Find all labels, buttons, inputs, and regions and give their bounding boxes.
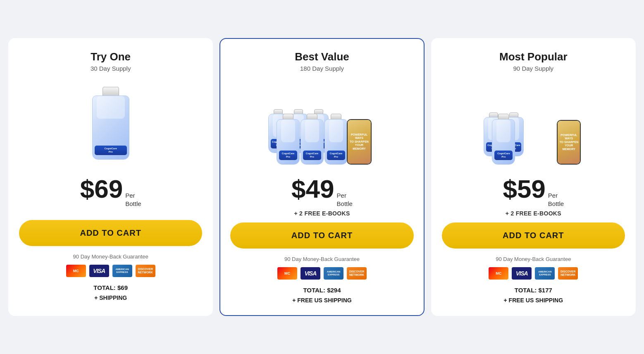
bottle-icon: CogniCarePro — [277, 114, 300, 165]
price-best-value: $49 — [291, 176, 334, 202]
card-title-most-popular: Most Popular — [499, 50, 568, 63]
guarantee-best-value: 90 Day Money-Back Guarantee — [284, 256, 360, 262]
pricing-card-best-value: Best Value180 Day SupplyCogniCareProCogn… — [219, 38, 424, 316]
pay-visa-icon: VISA — [301, 267, 320, 280]
pay-amex-icon: AMERICANEXPRESS — [324, 267, 343, 280]
pay-visa-icon: VISA — [512, 267, 532, 280]
bottle-icon: CogniCarePro — [492, 114, 515, 165]
card-title-best-value: Best Value — [295, 50, 349, 63]
payment-icons-most-popular: MCVISAAMERICANEXPRESSDISCOVERNETWORK — [489, 267, 578, 280]
price-most-popular: $59 — [503, 176, 545, 202]
bottle-icon: CogniCarePro — [324, 114, 348, 165]
pay-amex-icon: AMERICANEXPRESS — [535, 267, 555, 280]
card-subtitle-most-popular: 90 Day Supply — [513, 65, 554, 72]
price-label-try-one: PerBottle — [125, 191, 141, 208]
card-subtitle-try-one: 30 Day Supply — [91, 65, 131, 72]
pay-visa-icon: VISA — [89, 265, 109, 277]
free-ebooks-best-value: + 2 FREE E-BOOKS — [294, 210, 350, 217]
total-best-value: TOTAL: $294+ FREE US SHIPPING — [292, 285, 352, 305]
add-to-cart-button-most-popular[interactable]: ADD TO CART — [442, 222, 625, 249]
payment-icons-try-one: MCVISAAMERICANEXPRESSDISCOVERNETWORK — [66, 265, 155, 277]
price-area-try-one: $69PerBottle — [80, 176, 141, 208]
pay-mastercard-icon: MC — [489, 267, 508, 280]
pay-mastercard-icon: MC — [277, 267, 297, 280]
price-label-most-popular: PerBottle — [548, 191, 564, 208]
product-image-best-value: CogniCareProCogniCareProCogniCareProCogn… — [230, 78, 413, 169]
pay-discover-icon: DISCOVERNETWORK — [558, 267, 578, 280]
bottle-icon: CogniCarePro — [301, 114, 324, 165]
guarantee-most-popular: 90 Day Money-Back Guarantee — [496, 256, 571, 262]
phone-icon: POWERFUL WAYSTO SHARPENYOUR MEMORY — [557, 120, 581, 165]
guarantee-try-one: 90 Day Money-Back Guarantee — [73, 254, 148, 260]
price-label-best-value: PerBottle — [337, 191, 353, 208]
add-to-cart-button-try-one[interactable]: ADD TO CART — [19, 220, 202, 246]
pay-discover-icon: DISCOVERNETWORK — [136, 265, 155, 277]
price-area-most-popular: $59PerBottle — [503, 176, 564, 208]
pricing-card-try-one: Try One30 Day SupplyCogniCarePro$69PerBo… — [8, 38, 213, 316]
card-subtitle-best-value: 180 Day Supply — [300, 65, 344, 72]
bottle-icon: CogniCarePro — [92, 87, 129, 160]
pricing-cards-container: Try One30 Day SupplyCogniCarePro$69PerBo… — [8, 38, 636, 316]
price-try-one: $69 — [80, 176, 123, 202]
add-to-cart-button-best-value[interactable]: ADD TO CART — [230, 222, 413, 249]
price-area-best-value: $49PerBottle — [291, 176, 353, 208]
total-try-one: TOTAL: $69+ SHIPPING — [93, 283, 128, 303]
pay-mastercard-icon: MC — [66, 265, 86, 277]
total-most-popular: TOTAL: $177+ FREE US SHIPPING — [504, 285, 563, 305]
card-title-try-one: Try One — [91, 50, 131, 63]
product-image-try-one: CogniCarePro — [19, 78, 202, 169]
payment-icons-best-value: MCVISAAMERICANEXPRESSDISCOVERNETWORK — [277, 267, 367, 280]
phone-icon: POWERFUL WAYSTO SHARPENYOUR MEMORY — [347, 119, 372, 165]
pay-discover-icon: DISCOVERNETWORK — [347, 267, 367, 280]
pay-amex-icon: AMERICANEXPRESS — [112, 265, 132, 277]
product-image-most-popular: CogniCareProCogniCareProCogniCareProPOWE… — [442, 78, 625, 169]
free-ebooks-most-popular: + 2 FREE E-BOOKS — [506, 210, 561, 217]
pricing-card-most-popular: Most Popular90 Day SupplyCogniCareProCog… — [431, 38, 636, 316]
